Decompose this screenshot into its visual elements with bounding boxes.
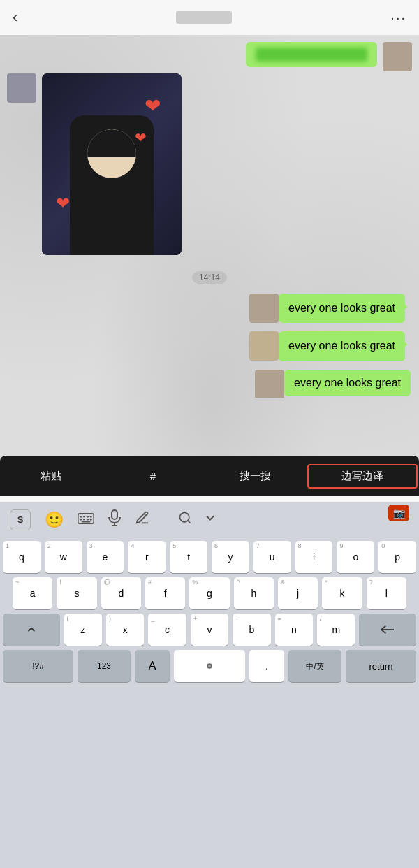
keyboard-row-3: (z )x _c +v -b =n /m [0,609,419,646]
anime-image: ❤ ❤ ❤ [42,73,182,255]
keyboard-row-4: !?# 123 A . 中/英 return [0,646,419,689]
key-w[interactable]: 2w [45,541,82,573]
key-p[interactable]: 0p [378,541,416,573]
messages-area: 14:14 every one looks great every one lo… [0,266,419,398]
key-r[interactable]: 4r [128,541,166,573]
sender-avatar-3 [255,370,284,398]
key-z[interactable]: (z [64,614,102,646]
received-bubble-blurred [246,42,377,67]
heart-icon-1: ❤ [145,94,161,117]
key-shift[interactable] [3,614,60,646]
context-hash[interactable]: # [102,463,204,489]
key-t[interactable]: 5t [170,541,207,573]
key-period[interactable]: . [249,650,285,682]
character-head [87,129,136,178]
key-symbols[interactable]: !?# [3,650,73,682]
key-123[interactable]: 123 [78,650,131,682]
timestamp-badge: 14:14 [192,271,227,284]
sent-bubble-3[interactable]: every one looks great [284,370,411,396]
key-k[interactable]: *k [322,577,362,609]
search-icon[interactable] [178,511,192,528]
svg-point-20 [207,664,212,668]
key-s[interactable]: !s [57,577,96,609]
receiver-avatar-top [7,73,36,103]
heart-icon-3: ❤ [56,194,70,213]
key-return[interactable]: return [346,650,416,682]
key-u[interactable]: 7u [253,541,291,573]
key-e[interactable]: 3e [87,541,124,573]
key-a[interactable]: ~a [13,577,52,609]
key-space[interactable] [174,650,244,682]
message-row-2: every one looks great [0,327,419,365]
key-f[interactable]: #f [145,577,185,609]
key-globe[interactable]: A [135,650,170,682]
heart-icon-2: ❤ [135,129,147,146]
key-b[interactable]: -b [233,614,270,646]
key-c[interactable]: _c [148,614,186,646]
more-button[interactable]: ··· [390,10,406,26]
sogou-icon[interactable]: S [10,509,31,530]
sender-avatar-1 [249,294,279,323]
key-j[interactable]: &j [278,577,318,609]
keyboard: 1q 2w 3e 4r 5t 6y 7u 8i 9o 0p ~a !s @d #… [0,537,419,868]
context-menu: 粘贴 # 搜一搜 边写边译 [0,456,419,496]
blurred-text [256,48,367,62]
emoji-keyboard-icon[interactable]: 🙂 [45,511,64,529]
key-d[interactable]: @d [101,577,141,609]
svg-text:+: + [144,512,147,518]
message-row-3: every one looks great [0,366,419,398]
message-row-1: every one looks great [0,289,419,327]
svg-rect-13 [112,510,117,519]
key-h[interactable]: ^h [234,577,274,609]
key-v[interactable]: +v [191,614,228,646]
sender-avatar-top [383,42,412,71]
mic-icon[interactable] [108,509,121,530]
sent-bubble-1[interactable]: every one looks great [279,294,405,323]
key-g[interactable]: %g [189,577,229,609]
context-search[interactable]: 搜一搜 [204,463,306,490]
character-hair [87,129,136,157]
sent-bubble-2[interactable]: every one looks great [279,331,405,361]
key-m[interactable]: /m [317,614,355,646]
chat-area: ❤ ❤ ❤ 14:14 every one looks great every … [0,35,419,496]
key-backspace[interactable] [359,614,416,646]
svg-point-17 [180,513,189,522]
context-translate[interactable]: 边写边译 [307,464,418,489]
key-x[interactable]: )x [106,614,144,646]
camera-badge: 📷 [388,505,409,521]
key-chinese[interactable]: 中/英 [288,650,341,682]
keyboard-toolbar: S 🙂 + [0,502,419,537]
back-button[interactable]: ‹ [13,8,17,27]
key-n[interactable]: =n [275,614,313,646]
key-y[interactable]: 6y [212,541,249,573]
camera-icon: 📷 [393,507,405,519]
key-o[interactable]: 9o [337,541,374,573]
key-i[interactable]: 8i [295,541,333,573]
timestamp-row: 14:14 [0,266,419,289]
header: ‹ ··· [0,0,419,35]
sender-avatar-2 [249,331,279,361]
chevron-down-icon[interactable] [203,511,217,528]
context-paste[interactable]: 粘贴 [0,463,102,490]
svg-line-18 [188,521,191,523]
image-message[interactable]: ❤ ❤ ❤ [42,73,182,255]
key-l[interactable]: ?l [367,577,406,609]
keyboard-row-1: 1q 2w 3e 4r 5t 6y 7u 8i 9o 0p [0,537,419,573]
keyboard-row-2: ~a !s @d #f %g ^h &j *k ?l [0,573,419,609]
pen-icon[interactable]: + [135,510,150,530]
key-q[interactable]: 1q [3,541,41,573]
chat-title [176,11,232,24]
keyboard-icon[interactable] [78,511,94,529]
